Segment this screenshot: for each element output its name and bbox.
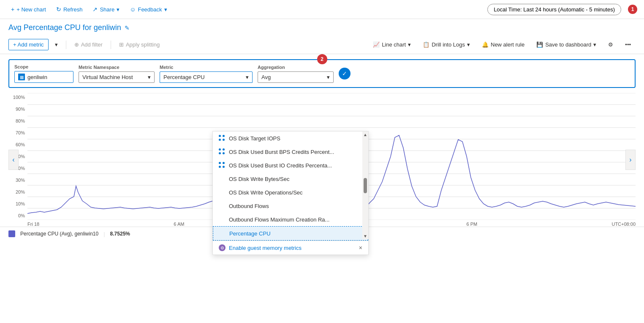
utc-label: UTC+08:00: [611, 222, 636, 227]
dropdown-item-os-disk-write-ops[interactable]: OS Disk Write Operations/Sec: [213, 186, 368, 199]
metric-spacer-1: [219, 175, 226, 182]
line-chart-icon: 📈: [373, 41, 380, 48]
scroll-down-icon[interactable]: ▼: [363, 234, 367, 238]
namespace-chevron-icon: ▾: [148, 74, 151, 80]
chart-nav-left[interactable]: ‹: [8, 150, 19, 170]
dropdown-item-os-disk-burst-bps[interactable]: OS Disk Used Burst BPS Credits Percent..…: [213, 145, 368, 159]
namespace-dropdown[interactable]: Virtual Machine Host ▾: [79, 71, 155, 83]
line-chart-button[interactable]: 📈 Line chart ▾: [368, 39, 416, 50]
scope-field[interactable]: ▦ genliwin: [14, 71, 73, 83]
metric-dots-icon: [219, 135, 226, 142]
settings-button[interactable]: ⚙: [603, 39, 618, 50]
title-prefix: Avg Percentage CPU for: [8, 23, 92, 32]
dropdown-item-os-disk-write-bytes[interactable]: OS Disk Write Bytes/Sec: [213, 172, 368, 186]
new-chart-button[interactable]: + + New chart: [7, 3, 50, 15]
metric-row: 2 Scope ▦ genliwin Metric Namespace Virt…: [8, 59, 636, 88]
metric-spacer-5: [219, 230, 226, 237]
step-badge: 2: [317, 54, 327, 64]
plus-icon: +: [11, 6, 14, 13]
feedback-icon: ☺: [130, 6, 136, 13]
feedback-button[interactable]: ☺ Feedback ▾: [125, 3, 171, 15]
legend-label: Percentage CPU (Avg), genliwin10: [20, 231, 98, 237]
toolbar-divider-1: [66, 41, 66, 49]
dropdown-item-percentage-cpu[interactable]: Percentage CPU: [213, 226, 368, 241]
ellipsis-icon: •••: [625, 41, 631, 48]
save-to-dashboard-button[interactable]: 💾 Save to dashboard ▾: [532, 39, 601, 50]
metric-dropdown[interactable]: Percentage CPU ▾: [160, 71, 253, 83]
share-button[interactable]: ↗ Share ▾: [88, 3, 124, 15]
add-metric-button[interactable]: + Add metric: [8, 39, 49, 50]
metric-dots-icon-2: [219, 148, 226, 155]
metric-group: Metric Percentage CPU ▾: [160, 65, 253, 83]
add-filter-button[interactable]: ⊕ Add filter: [70, 39, 107, 50]
scope-value: genliwin: [27, 74, 47, 80]
legend-color-swatch: [8, 230, 15, 237]
aggregation-label: Aggregation: [258, 65, 334, 70]
scroll-up-icon[interactable]: ▲: [363, 132, 367, 137]
namespace-group: Metric Namespace Virtual Machine Host ▾: [79, 65, 155, 83]
time-range-selector[interactable]: Local Time: Last 24 hours (Automatic - 5…: [487, 4, 621, 15]
x-label-6pm: 6 PM: [467, 222, 478, 227]
enable-icon: ⚙: [219, 244, 226, 251]
enable-banner-left: ⚙ Enable guest memory metrics: [219, 244, 302, 251]
aggregation-group: Aggregation Avg ▾: [258, 65, 334, 83]
page-title-bar: Avg Percentage CPU for genliwin ✎: [0, 19, 644, 36]
enable-guest-memory-banner: ⚙ Enable guest memory metrics ×: [213, 241, 368, 255]
alert-icon: 🔔: [482, 41, 489, 48]
dropdown-item-os-disk-burst-io[interactable]: OS Disk Used Burst IO Credits Percenta..…: [213, 159, 368, 172]
toolbar-divider-2: [111, 41, 111, 49]
drill-logs-chevron-icon: ▾: [467, 41, 470, 48]
save-chevron-icon: ▾: [593, 41, 596, 48]
splitting-icon: ⊞: [119, 41, 124, 48]
save-icon: 💾: [536, 41, 543, 48]
metric-dots-icon-3: [219, 162, 226, 169]
metric-toolbar: + Add metric ▾ ⊕ Add filter ⊞ Apply spli…: [0, 36, 644, 54]
top-toolbar: + + New chart ↻ Refresh ↗ Share ▾ ☺ Feed…: [0, 0, 644, 19]
edit-title-icon[interactable]: ✎: [125, 25, 130, 31]
enable-banner-text[interactable]: Enable guest memory metrics: [229, 245, 302, 251]
scrollbar[interactable]: ▲ ▼: [362, 131, 368, 239]
page-title: Avg Percentage CPU for genliwin: [8, 23, 121, 32]
apply-splitting-button[interactable]: ⊞ Apply splitting: [114, 39, 164, 50]
aggregation-value: Avg: [261, 74, 271, 80]
share-chevron-icon: ▾: [117, 6, 120, 13]
metric-value: Percentage CPU: [163, 74, 205, 80]
x-label-fri18: Fri 18: [27, 222, 39, 227]
line-chart-chevron-icon: ▾: [408, 41, 411, 48]
confirm-metric-button[interactable]: ✓: [339, 68, 351, 79]
metric-chevron-icon: ▾: [246, 74, 249, 80]
dropdown-item-outbound-flows[interactable]: Outbound Flows: [213, 199, 368, 213]
metric-dropdown-list: OS Disk Target IOPS OS Disk Used Burst B…: [212, 131, 369, 255]
aggregation-chevron-icon: ▾: [327, 74, 330, 80]
metric-toolbar-right: 📈 Line chart ▾ 📋 Drill into Logs ▾ 🔔 New…: [368, 39, 636, 50]
refresh-button[interactable]: ↻ Refresh: [52, 3, 87, 15]
feedback-chevron-icon: ▾: [164, 6, 167, 13]
toolbar-right: Local Time: Last 24 hours (Automatic - 5…: [487, 4, 637, 15]
notification-badge[interactable]: 1: [628, 5, 637, 14]
aggregation-dropdown[interactable]: Avg ▾: [258, 71, 334, 83]
metric-toolbar-left: + Add metric ▾ ⊕ Add filter ⊞ Apply spli…: [8, 39, 164, 50]
legend-divider: |: [103, 231, 105, 237]
filter-icon: ⊕: [74, 41, 79, 48]
scope-icon: ▦: [18, 74, 25, 80]
scroll-thumb: [364, 178, 367, 193]
scope-group: Scope ▦ genliwin: [14, 64, 73, 83]
legend-value: 8.7525%: [110, 231, 130, 237]
chart-nav-right[interactable]: ›: [625, 150, 636, 170]
metric-spacer-2: [219, 189, 226, 196]
toolbar-left: + + New chart ↻ Refresh ↗ Share ▾ ☺ Feed…: [7, 3, 171, 15]
metric-spacer-3: [219, 203, 226, 209]
drill-into-logs-button[interactable]: 📋 Drill into Logs ▾: [418, 39, 475, 50]
dropdown-item-outbound-flows-max[interactable]: Outbound Flows Maximum Creation Ra...: [213, 213, 368, 226]
close-banner-button[interactable]: ×: [359, 244, 362, 251]
gear-icon: ⚙: [608, 41, 613, 48]
add-metric-chevron[interactable]: ▾: [50, 39, 62, 50]
new-alert-rule-button[interactable]: 🔔 New alert rule: [477, 39, 529, 50]
x-label-6am: 6 AM: [174, 222, 184, 227]
dropdown-item-os-disk-target-iops[interactable]: OS Disk Target IOPS: [213, 131, 368, 145]
namespace-label: Metric Namespace: [79, 65, 155, 70]
metric-spacer-4: [219, 216, 226, 223]
namespace-value: Virtual Machine Host: [82, 74, 133, 80]
dropdown-scrollable: OS Disk Target IOPS OS Disk Used Burst B…: [213, 131, 368, 241]
more-options-button[interactable]: •••: [620, 39, 636, 50]
